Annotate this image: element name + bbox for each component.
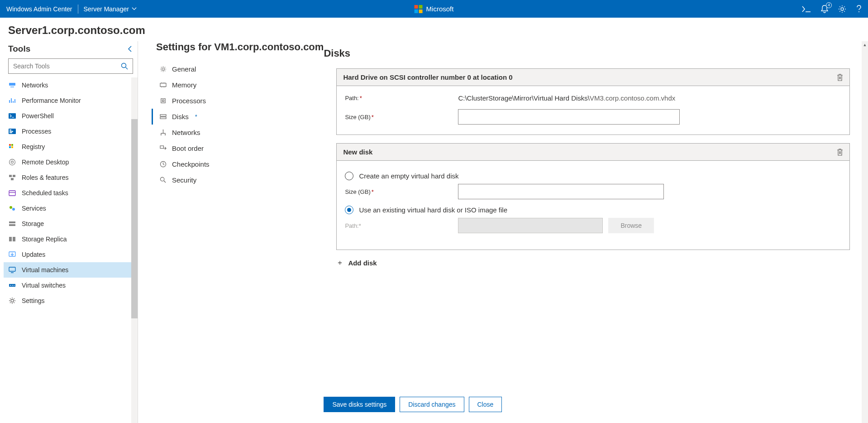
svg-point-30 xyxy=(11,299,14,302)
tool-item-registry[interactable]: Registry xyxy=(4,139,138,154)
delete-disk-0-button[interactable] xyxy=(837,74,843,81)
tool-item-performance[interactable]: Performance Monitor xyxy=(4,93,138,108)
checkpoint-icon xyxy=(159,161,167,168)
collapse-tools-button[interactable] xyxy=(128,46,132,52)
processes-icon xyxy=(8,129,16,134)
tools-search-input[interactable] xyxy=(13,62,121,70)
console-button[interactable] xyxy=(802,6,811,12)
notification-badge: 4 xyxy=(826,2,832,8)
nav-security[interactable]: Security xyxy=(152,172,231,188)
disk-icon xyxy=(159,114,167,120)
svg-rect-2 xyxy=(9,83,15,86)
tool-item-remote-desktop[interactable]: Remote Desktop xyxy=(4,154,138,170)
tool-label: Virtual machines xyxy=(22,266,68,274)
network-icon xyxy=(8,82,16,88)
tool-label: Networks xyxy=(22,82,48,89)
add-disk-label: Add disk xyxy=(348,259,377,267)
tool-label: Roles & features xyxy=(22,174,69,181)
path-label: Path:* xyxy=(345,95,458,101)
svg-rect-16 xyxy=(11,178,14,180)
close-button[interactable]: Close xyxy=(469,397,502,412)
tool-label: Remote Desktop xyxy=(22,159,69,166)
tool-item-services[interactable]: Services xyxy=(4,201,138,216)
perf-icon xyxy=(8,97,16,104)
svg-rect-7 xyxy=(10,132,12,133)
nav-networks[interactable]: Networks xyxy=(152,125,231,140)
save-button[interactable]: Save disks settings xyxy=(324,397,395,412)
radio-icon xyxy=(345,206,353,214)
main-scrollbar[interactable]: ▲ xyxy=(862,41,868,423)
tools-search[interactable] xyxy=(8,58,133,74)
svg-point-31 xyxy=(162,68,164,71)
svg-point-0 xyxy=(841,8,844,10)
svg-rect-3 xyxy=(9,113,16,119)
modified-indicator: * xyxy=(195,113,197,120)
context-picker[interactable]: Server Manager xyxy=(84,5,137,13)
roles-icon xyxy=(8,174,16,181)
discard-button[interactable]: Discard changes xyxy=(400,397,464,412)
tool-item-networks[interactable]: Networks xyxy=(4,77,138,93)
svg-point-28 xyxy=(12,285,13,286)
nav-boot-order[interactable]: Boot order xyxy=(152,140,231,156)
nav-checkpoints[interactable]: Checkpoints xyxy=(152,156,231,172)
radio-use-existing[interactable]: Use an existing virtual hard disk or ISO… xyxy=(345,206,841,214)
add-disk-button[interactable]: ＋ Add disk xyxy=(336,258,377,268)
divider xyxy=(78,5,78,14)
main-content: Disks Hard Drive on SCSI controller numb… xyxy=(324,41,868,423)
svg-point-1 xyxy=(122,63,126,68)
tool-item-storage[interactable]: Storage xyxy=(4,216,138,231)
svg-rect-23 xyxy=(13,237,15,241)
nav-label: Memory xyxy=(172,81,196,89)
gear-icon xyxy=(838,5,846,13)
svg-rect-10 xyxy=(9,146,11,148)
tool-label: Updates xyxy=(22,251,45,258)
gear-icon xyxy=(159,66,167,72)
scrollbar-thumb[interactable] xyxy=(131,119,138,318)
tool-item-storage-replica[interactable]: Storage Replica xyxy=(4,231,138,247)
context-picker-label: Server Manager xyxy=(84,5,129,13)
svg-point-19 xyxy=(12,208,15,211)
new-disk-size-input[interactable] xyxy=(458,184,664,199)
tool-item-powershell[interactable]: PowerShell xyxy=(4,108,138,124)
console-icon xyxy=(802,6,811,12)
notifications-button[interactable]: 4 xyxy=(821,5,828,13)
tool-label: Virtual switches xyxy=(22,282,66,289)
nav-label: Checkpoints xyxy=(172,160,210,168)
nav-label: Processors xyxy=(172,97,206,105)
help-button[interactable] xyxy=(856,5,862,13)
nav-processors[interactable]: Processors xyxy=(152,93,231,109)
nav-label: Networks xyxy=(172,129,200,136)
radio-label: Create an empty virtual hard disk xyxy=(359,172,458,180)
tool-item-virtual-switches[interactable]: Virtual switches xyxy=(4,278,138,293)
tool-label: Storage Replica xyxy=(22,236,67,243)
svg-rect-20 xyxy=(9,221,15,223)
nav-memory[interactable]: Memory xyxy=(152,77,231,93)
tool-label: Services xyxy=(22,205,46,212)
disk-panel-0: Hard Drive on SCSI controller number 0 a… xyxy=(336,68,850,135)
browse-button[interactable]: Browse xyxy=(608,218,654,233)
nav-disks[interactable]: Disks* xyxy=(152,109,231,125)
tool-item-virtual-machines[interactable]: Virtual machines xyxy=(4,262,138,278)
tool-item-updates[interactable]: Updates xyxy=(4,247,138,262)
size-label: Size (GB)* xyxy=(345,114,458,120)
svg-point-39 xyxy=(165,135,166,135)
chevron-down-icon xyxy=(132,6,137,11)
disk-0-size-input[interactable] xyxy=(458,109,680,125)
search-icon xyxy=(121,62,128,70)
radio-create-empty[interactable]: Create an empty virtual hard disk xyxy=(345,172,841,180)
new-disk-path-label: Path:* xyxy=(345,222,458,229)
tools-scrollbar[interactable] xyxy=(131,77,138,423)
settings-button[interactable] xyxy=(838,5,846,13)
tool-label: Processes xyxy=(22,128,51,135)
delete-new-disk-button[interactable] xyxy=(837,149,843,156)
registry-icon xyxy=(8,144,16,150)
trash-icon xyxy=(837,74,843,81)
tool-item-roles[interactable]: Roles & features xyxy=(4,170,138,185)
tool-item-scheduled[interactable]: Scheduled tasks xyxy=(4,185,138,201)
tool-item-settings[interactable]: Settings xyxy=(4,293,138,308)
tool-item-processes[interactable]: Processes xyxy=(4,124,138,139)
server-name-title: Server1.corp.contoso.com xyxy=(0,18,868,41)
scroll-up-arrow[interactable]: ▲ xyxy=(862,41,868,48)
svg-rect-14 xyxy=(9,175,12,177)
nav-general[interactable]: General xyxy=(152,61,231,77)
